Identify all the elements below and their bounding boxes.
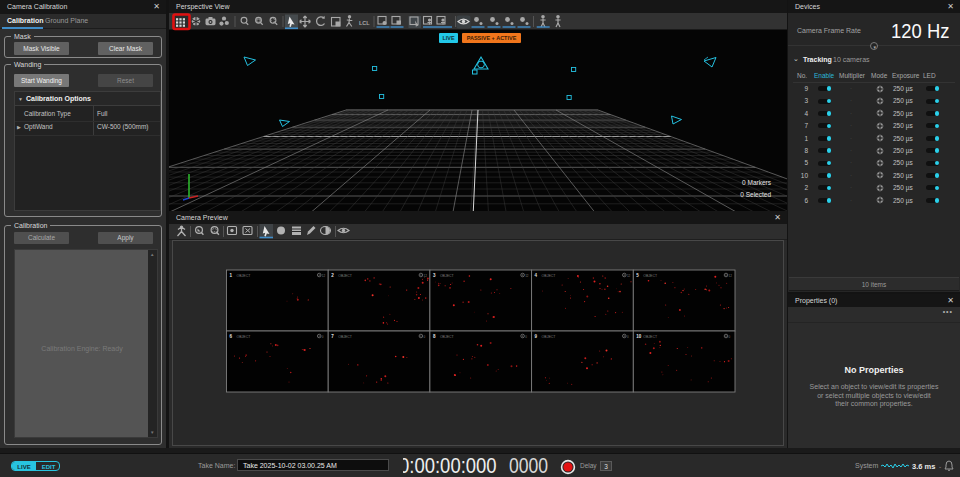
svg-text:OBJECT: OBJECT [237, 274, 252, 278]
svg-text:12: 12 [627, 274, 631, 278]
svg-text:LCL: LCL [359, 20, 370, 26]
svg-text:OBJECT: OBJECT [643, 274, 658, 278]
svg-text:OBJECT: OBJECT [440, 335, 455, 339]
svg-text:12: 12 [322, 274, 326, 278]
svg-text:OBJECT: OBJECT [542, 274, 557, 278]
svg-text:OBJECT: OBJECT [237, 335, 252, 339]
svg-text:12: 12 [729, 274, 733, 278]
svg-text:10: 10 [636, 334, 642, 339]
svg-text:OBJECT: OBJECT [542, 335, 557, 339]
svg-text:OBJECT: OBJECT [440, 274, 455, 278]
svg-text:OBJECT: OBJECT [338, 274, 353, 278]
svg-text:12: 12 [424, 274, 428, 278]
svg-text:OBJECT: OBJECT [643, 335, 658, 339]
svg-text:OBJECT: OBJECT [338, 335, 353, 339]
svg-text:12: 12 [525, 274, 529, 278]
